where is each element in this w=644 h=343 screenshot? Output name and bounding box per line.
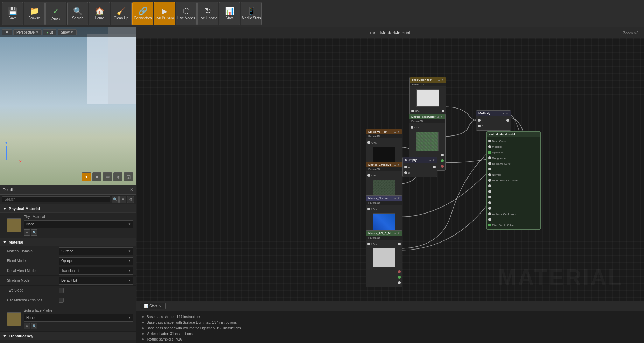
chevron-down-icon: ▼	[128, 269, 131, 272]
section-arrow: ▼	[3, 206, 7, 211]
stats-item: Texture samplers: 7/16	[142, 336, 638, 342]
subsurface-search-btn[interactable]: 🔍	[31, 323, 37, 329]
material-section[interactable]: ▼ Material	[0, 238, 136, 246]
shading-model-dropdown[interactable]: Default Lit ▼	[59, 277, 133, 285]
chevron-down-icon: ▼	[5, 30, 9, 34]
details-header: Details ✕	[0, 185, 136, 195]
details-title: Details	[3, 188, 15, 192]
pin-uvs	[411, 110, 414, 112]
viewport-dropdown-btn[interactable]: ▼	[2, 29, 12, 35]
chevron-down-icon: ▼	[128, 259, 131, 262]
stats-close-btn[interactable]: ✕	[159, 304, 162, 308]
save-icon: 💾	[8, 7, 18, 15]
save-button[interactable]: 💾 Save	[2, 2, 23, 25]
subsurface-reset-btn[interactable]: ↩	[24, 323, 30, 329]
home-icon: 🏠	[95, 7, 104, 15]
two-sided-checkbox[interactable]	[59, 288, 64, 293]
phys-material-thumb	[7, 218, 21, 232]
chevron-down-icon: ▼	[36, 31, 38, 34]
material-domain-dropdown[interactable]: Surface ▼	[59, 247, 133, 255]
decal-blend-dropdown[interactable]: Translucent ▼	[59, 267, 133, 275]
perspective-btn[interactable]: Perspective ▼	[13, 29, 42, 35]
stats-panel: 📊 Stats ✕ Base pass shader: 117 instruct…	[136, 301, 644, 343]
use-material-attr-row: Use Material Attributes	[0, 295, 136, 305]
apply-button[interactable]: ✓ Apply	[46, 2, 66, 25]
node-multiply2[interactable]: Multiply ▲▼ A B	[402, 157, 438, 177]
stats-button[interactable]: 📊 Stats	[219, 2, 240, 25]
stats-icon: 📊	[225, 7, 234, 15]
search-icon: 🔍	[73, 7, 83, 15]
connectors-icon: 🔗	[138, 7, 148, 15]
viewport-controls: ▼ Perspective ▼ ● Lit Show ▼	[0, 27, 136, 37]
search-input[interactable]	[2, 196, 110, 202]
browse-button[interactable]: 📁 Browse	[24, 2, 45, 25]
settings-btn[interactable]: ⚙	[127, 196, 134, 203]
cleanup-button[interactable]: 🧹 Clean Up	[111, 2, 132, 25]
connectors-button[interactable]: 🔗 Connectors	[132, 2, 153, 25]
search-submit-btn[interactable]: 🔍	[112, 196, 119, 203]
show-btn[interactable]: Show ▼	[58, 29, 77, 35]
browse-icon: 📁	[30, 7, 39, 15]
shading-model-row: Shading Model Default Lit ▼	[0, 276, 136, 286]
liveupdate-button[interactable]: ↻ Live Update	[197, 2, 218, 25]
lit-btn[interactable]: ● Lit	[43, 29, 56, 35]
home-button[interactable]: 🏠 Home	[89, 2, 110, 25]
translucency-section[interactable]: ▼ Translucency	[0, 332, 136, 340]
stats-item: Vertex shader: 31 instructions	[142, 331, 638, 336]
stats-item: Base pass shader with Volumetric Lightma…	[142, 325, 638, 331]
right-panel: mat_MasterMaterial Zoom ×3 MATERIAL	[136, 27, 644, 343]
section-arrow: ▼	[3, 240, 7, 244]
node-master-ao-r-m[interactable]: Master_AO_R_M ▲▼ Param2D UVs	[366, 230, 402, 287]
apply-icon: ✓	[52, 7, 59, 15]
pin-out	[442, 110, 444, 112]
search-button[interactable]: 🔍 Search	[67, 2, 88, 25]
node-canvas[interactable]: MATERIAL	[136, 38, 644, 301]
close-button[interactable]: ✕	[130, 187, 133, 192]
custom-btn[interactable]: ◱	[124, 172, 133, 181]
node-main-material[interactable]: mat_MasterMaterial Base Color Metallic S…	[486, 131, 541, 230]
subsurface-thumb	[7, 312, 21, 326]
material-actions: ↩ 🔍	[24, 229, 133, 236]
physical-material-section[interactable]: ▼ Physical Material	[0, 204, 136, 213]
node-editor-header: mat_MasterMaterial Zoom ×3	[136, 27, 644, 38]
bullet	[142, 327, 144, 329]
livenodes-button[interactable]: ⬡ Live Nodes	[176, 2, 197, 25]
viewport-axes: Z X	[5, 142, 22, 164]
chevron-down-icon: ▼	[128, 279, 131, 282]
stats-item: Base pass shader: 117 instructions	[142, 314, 638, 320]
teapot-btn[interactable]: ◈	[113, 172, 122, 181]
phys-material-dropdown[interactable]: None ▼	[24, 220, 133, 228]
stats-content: Base pass shader: 117 instructions Base …	[136, 311, 644, 343]
phys-material-row: Phys Material None ▼ ↩ 🔍	[0, 213, 136, 238]
use-material-attr-checkbox[interactable]	[59, 298, 64, 303]
stats-tab[interactable]: 📊 Stats ✕	[140, 303, 166, 309]
node-multiply1[interactable]: Multiply ▲▼ A B	[476, 110, 511, 131]
stats-header: 📊 Stats ✕	[136, 301, 644, 311]
blend-mode-row: Blend Mode Opaque ▼	[0, 256, 136, 266]
node-editor-title: mat_MasterMaterial	[370, 30, 411, 35]
bullet	[142, 333, 144, 335]
livenodes-icon: ⬡	[183, 7, 190, 15]
plane-btn[interactable]: ▭	[103, 172, 112, 181]
mobilestats-button[interactable]: 📱 Mobile Stats	[241, 2, 262, 25]
main-area: ▼ Perspective ▼ ● Lit Show ▼	[0, 27, 644, 343]
chevron-down-icon: ▼	[71, 31, 74, 34]
section-arrow: ▼	[3, 334, 7, 338]
sphere-btn[interactable]: ●	[82, 172, 91, 181]
reset-btn[interactable]: ↩	[24, 229, 30, 236]
subsurface-row: Subsurface Profile None ▼ ↩ 🔍	[0, 307, 136, 332]
list-view-btn[interactable]: ≡	[119, 196, 126, 203]
bullet	[142, 338, 144, 340]
stats-icon: 📊	[144, 304, 148, 308]
two-sided-row: Two Sided	[0, 286, 136, 295]
lit-icon: ●	[46, 30, 48, 34]
bullet	[142, 316, 144, 318]
phys-material-controls: Phys Material None ▼ ↩ 🔍	[24, 215, 133, 236]
cube-btn[interactable]: ■	[92, 172, 102, 181]
subsurface-dropdown[interactable]: None ▼	[24, 314, 133, 322]
pin-out	[441, 154, 444, 156]
blend-mode-dropdown[interactable]: Opaque ▼	[59, 257, 133, 265]
livepreview-button[interactable]: ▶ Live Preview	[154, 2, 175, 25]
search-material-btn[interactable]: 🔍	[31, 229, 37, 236]
search-bar: 🔍 ≡ ⚙	[0, 195, 136, 204]
